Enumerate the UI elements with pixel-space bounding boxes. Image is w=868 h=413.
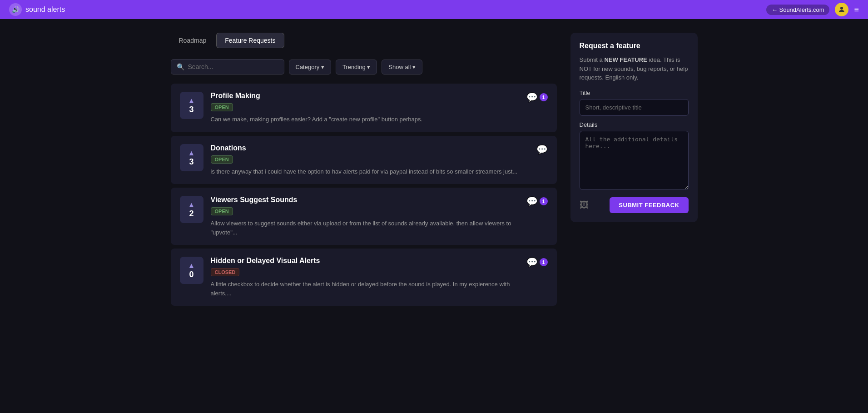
- search-input[interactable]: [188, 63, 278, 70]
- submit-feedback-button[interactable]: SUBMIT FEEDBACK: [610, 197, 688, 213]
- main-content: Roadmap Feature Requests 🔍 Category ▾ Tr…: [162, 19, 707, 319]
- header-right: ← SoundAlerts.com ≡: [766, 3, 859, 16]
- feature-description: Can we make, making profiles easier? Add…: [211, 115, 515, 124]
- vote-count: 3: [189, 158, 193, 166]
- feature-description: Allow viewers to suggest sounds either v…: [211, 219, 515, 237]
- feature-title: Donations: [211, 144, 525, 152]
- header: 🔊 sound alerts ← SoundAlerts.com ≡: [0, 0, 868, 19]
- back-link-text: ← SoundAlerts.com: [772, 6, 824, 13]
- vote-count: 3: [189, 105, 193, 114]
- vote-box[interactable]: ▲ 0: [180, 257, 203, 284]
- feature-description: A little checkbox to decide whether the …: [211, 280, 515, 298]
- logo-text: sound alerts: [25, 5, 65, 14]
- request-panel: Request a feature Submit a NEW FEATURE i…: [570, 33, 698, 222]
- feature-title: Viewers Suggest Sounds: [211, 196, 515, 204]
- feature-card: ▲ 0 Hidden or Delayed Visual Alerts CLOS…: [171, 249, 557, 306]
- title-form-group: Title: [580, 90, 689, 116]
- left-column: Roadmap Feature Requests 🔍 Category ▾ Tr…: [171, 33, 557, 306]
- feature-title: Profile Making: [211, 92, 515, 100]
- avatar[interactable]: [835, 3, 848, 16]
- feature-card: ▲ 2 Viewers Suggest Sounds OPEN Allow vi…: [171, 188, 557, 245]
- request-panel-description: Submit a NEW FEATURE idea. This is NOT f…: [580, 55, 689, 82]
- comment-icon: 💬: [526, 92, 538, 103]
- tab-feature-requests[interactable]: Feature Requests: [216, 33, 284, 48]
- category-filter-button[interactable]: Category ▾: [289, 60, 331, 75]
- vote-up-arrow-icon: ▲: [188, 97, 195, 104]
- comment-bubble[interactable]: 💬 1: [526, 92, 548, 103]
- vote-box[interactable]: ▲ 3: [180, 144, 203, 171]
- status-badge: OPEN: [211, 103, 233, 111]
- search-box: 🔍: [171, 59, 284, 75]
- vote-up-arrow-icon: ▲: [188, 201, 195, 209]
- feature-card: ▲ 3 Profile Making OPEN Can we make, mak…: [171, 84, 557, 132]
- feature-content: Hidden or Delayed Visual Alerts CLOSED A…: [211, 257, 515, 298]
- status-badge: OPEN: [211, 155, 233, 164]
- vote-up-arrow-icon: ▲: [188, 149, 195, 157]
- tabs: Roadmap Feature Requests: [171, 33, 557, 48]
- feature-list: ▲ 3 Profile Making OPEN Can we make, mak…: [171, 84, 557, 306]
- comment-count: 1: [540, 258, 548, 266]
- comment-bubble[interactable]: 💬 1: [526, 196, 548, 207]
- status-badge: OPEN: [211, 207, 233, 215]
- feature-content: Donations OPEN is there anyway that i co…: [211, 144, 525, 176]
- vote-box[interactable]: ▲ 2: [180, 196, 203, 223]
- feature-card: ▲ 3 Donations OPEN is there anyway that …: [171, 136, 557, 184]
- comment-count: 1: [540, 197, 548, 205]
- trending-filter-button[interactable]: Trending ▾: [336, 60, 377, 75]
- feature-title: Hidden or Delayed Visual Alerts: [211, 257, 515, 265]
- vote-count: 0: [189, 270, 193, 279]
- comment-icon: 💬: [526, 196, 538, 207]
- back-link[interactable]: ← SoundAlerts.com: [766, 5, 830, 15]
- right-column: Request a feature Submit a NEW FEATURE i…: [570, 33, 698, 306]
- search-icon: 🔍: [177, 63, 184, 70]
- attach-icon[interactable]: 🖼: [580, 200, 589, 210]
- status-badge: CLOSED: [211, 268, 240, 276]
- tab-roadmap[interactable]: Roadmap: [171, 33, 215, 48]
- title-label: Title: [580, 90, 689, 96]
- comment-count: 1: [540, 93, 548, 101]
- vote-count: 2: [189, 209, 193, 218]
- request-panel-title: Request a feature: [580, 42, 689, 50]
- details-textarea[interactable]: [580, 131, 689, 190]
- feature-content: Viewers Suggest Sounds OPEN Allow viewer…: [211, 196, 515, 237]
- hamburger-menu-icon[interactable]: ≡: [854, 5, 859, 15]
- feature-description: is there anyway that i could have the op…: [211, 167, 525, 176]
- vote-up-arrow-icon: ▲: [188, 262, 195, 269]
- logo-icon: 🔊: [9, 3, 22, 16]
- comment-icon: 💬: [536, 144, 548, 155]
- show-all-filter-button[interactable]: Show all ▾: [382, 60, 422, 75]
- comment-icon: 💬: [526, 257, 538, 268]
- feature-content: Profile Making OPEN Can we make, making …: [211, 92, 515, 124]
- title-input[interactable]: [580, 99, 689, 116]
- logo: 🔊 sound alerts: [9, 3, 65, 16]
- search-filters: 🔍 Category ▾ Trending ▾ Show all ▾: [171, 59, 557, 75]
- vote-box[interactable]: ▲ 3: [180, 92, 203, 119]
- details-label: Details: [580, 121, 689, 128]
- svg-point-0: [840, 7, 843, 10]
- form-footer: 🖼 SUBMIT FEEDBACK: [580, 197, 689, 213]
- comment-bubble[interactable]: 💬: [536, 144, 548, 155]
- comment-bubble[interactable]: 💬 1: [526, 257, 548, 268]
- details-form-group: Details: [580, 121, 689, 192]
